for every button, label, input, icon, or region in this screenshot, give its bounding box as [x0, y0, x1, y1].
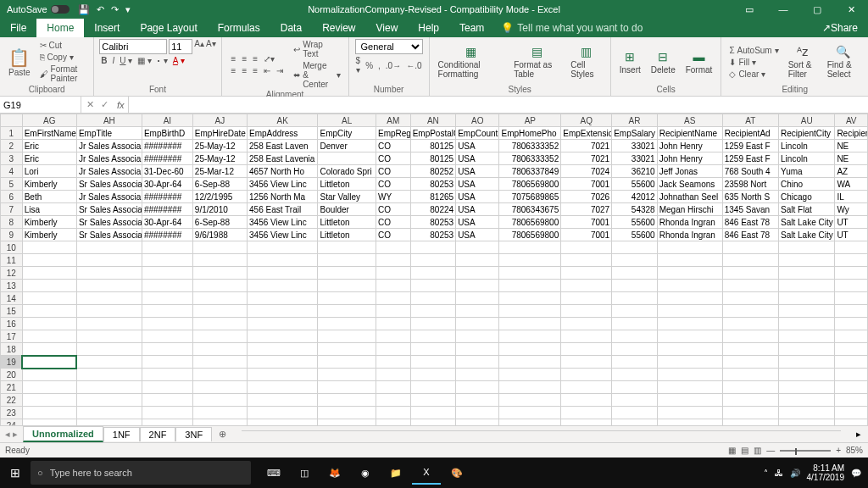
- scroll-right-icon[interactable]: ▸: [849, 429, 868, 440]
- increase-decimal-icon[interactable]: .0→: [384, 61, 403, 70]
- col-header[interactable]: AL: [318, 114, 376, 127]
- add-sheet-button[interactable]: ⊕: [212, 429, 233, 440]
- formula-bar[interactable]: [128, 97, 868, 113]
- cell[interactable]: [22, 369, 76, 381]
- cell[interactable]: [248, 254, 318, 267]
- cell[interactable]: [499, 407, 561, 419]
- cell[interactable]: 55600: [612, 178, 658, 191]
- border-button[interactable]: ▦ ▾: [136, 56, 153, 65]
- col-header[interactable]: AT: [722, 114, 778, 127]
- cell[interactable]: [835, 330, 868, 343]
- cell[interactable]: [561, 407, 612, 419]
- cell[interactable]: [76, 267, 142, 280]
- tab-home[interactable]: Home: [36, 19, 84, 37]
- row-header[interactable]: 17: [1, 330, 23, 343]
- cell[interactable]: 33021: [612, 140, 658, 152]
- cell[interactable]: [779, 254, 835, 267]
- tab-review[interactable]: Review: [312, 19, 365, 37]
- cell[interactable]: 7806337849: [499, 165, 561, 178]
- cell[interactable]: [410, 330, 456, 343]
- cell[interactable]: [376, 381, 410, 394]
- cell[interactable]: CO: [376, 165, 410, 178]
- cell[interactable]: [657, 330, 722, 343]
- cell[interactable]: [376, 394, 410, 407]
- cell[interactable]: [22, 343, 76, 356]
- cell[interactable]: 3456 View Linc: [248, 229, 318, 241]
- cell[interactable]: 36210: [612, 165, 658, 178]
- row-header[interactable]: 15: [1, 305, 23, 318]
- row-header[interactable]: 6: [1, 191, 23, 203]
- cell[interactable]: CO: [376, 140, 410, 152]
- cell[interactable]: RecipientAd: [722, 127, 778, 140]
- cell[interactable]: [657, 407, 722, 419]
- cell[interactable]: [561, 381, 612, 394]
- cell[interactable]: [657, 305, 722, 318]
- cell[interactable]: [142, 381, 192, 394]
- cell[interactable]: 7027: [561, 203, 612, 216]
- cell[interactable]: USA: [456, 229, 499, 241]
- autosave-toggle[interactable]: AutoSave: [7, 4, 70, 14]
- row-header[interactable]: 16: [1, 318, 23, 330]
- cell[interactable]: [76, 381, 142, 394]
- cell[interactable]: Lisa: [22, 203, 76, 216]
- cell[interactable]: [561, 330, 612, 343]
- cell[interactable]: [561, 241, 612, 254]
- cell[interactable]: [779, 330, 835, 343]
- cell[interactable]: 31-Dec-60: [142, 165, 192, 178]
- cell[interactable]: [142, 419, 192, 426]
- cell[interactable]: Rhonda Ingran: [657, 216, 722, 229]
- cell[interactable]: 258 East Laven: [248, 140, 318, 152]
- cell[interactable]: [22, 280, 76, 292]
- cell[interactable]: CO: [376, 152, 410, 165]
- wrap-text-button[interactable]: ↩ Wrap Text: [291, 39, 342, 59]
- cell[interactable]: [456, 254, 499, 267]
- cell[interactable]: ########: [142, 191, 192, 203]
- cell[interactable]: [248, 381, 318, 394]
- view-normal-icon[interactable]: ▦: [728, 446, 736, 455]
- col-header[interactable]: AV: [835, 114, 868, 127]
- cell[interactable]: [561, 292, 612, 305]
- cell[interactable]: [499, 292, 561, 305]
- cell[interactable]: ########: [142, 229, 192, 241]
- cell[interactable]: [410, 305, 456, 318]
- cell[interactable]: EmpAddress: [248, 127, 318, 140]
- cell[interactable]: [779, 343, 835, 356]
- cell[interactable]: [657, 381, 722, 394]
- cell[interactable]: [318, 305, 376, 318]
- cell[interactable]: [456, 394, 499, 407]
- cell[interactable]: [456, 241, 499, 254]
- align-center-icon[interactable]: ≡: [240, 66, 248, 75]
- cell[interactable]: [456, 305, 499, 318]
- cell[interactable]: [499, 394, 561, 407]
- cell[interactable]: USA: [456, 191, 499, 203]
- row-header[interactable]: 12: [1, 267, 23, 280]
- taskbar-app-icon[interactable]: 🎨: [442, 461, 471, 485]
- cell[interactable]: [318, 292, 376, 305]
- col-header[interactable]: AU: [779, 114, 835, 127]
- row-header[interactable]: 14: [1, 292, 23, 305]
- cell[interactable]: 7806569800: [499, 229, 561, 241]
- cell[interactable]: [612, 381, 658, 394]
- cell[interactable]: Kimberly: [22, 229, 76, 241]
- sheet-tab-1nf[interactable]: 1NF: [103, 427, 140, 441]
- cell[interactable]: Johnathan Seel: [657, 191, 722, 203]
- cell[interactable]: [318, 407, 376, 419]
- cell[interactable]: [76, 292, 142, 305]
- cell[interactable]: Salt Lake City: [779, 216, 835, 229]
- cell[interactable]: [835, 343, 868, 356]
- format-cells-button[interactable]: ▬Format: [682, 48, 716, 76]
- cell[interactable]: WA: [835, 178, 868, 191]
- cell[interactable]: [835, 267, 868, 280]
- cell[interactable]: 54328: [612, 203, 658, 216]
- cell[interactable]: [410, 381, 456, 394]
- cell[interactable]: ########: [142, 203, 192, 216]
- cell[interactable]: [22, 292, 76, 305]
- cell[interactable]: [779, 318, 835, 330]
- cell[interactable]: [318, 330, 376, 343]
- cell[interactable]: [248, 356, 318, 369]
- cell[interactable]: [22, 419, 76, 426]
- cell[interactable]: [456, 267, 499, 280]
- cell[interactable]: [456, 356, 499, 369]
- qat-more-icon[interactable]: ▾: [125, 4, 131, 15]
- cell[interactable]: [248, 330, 318, 343]
